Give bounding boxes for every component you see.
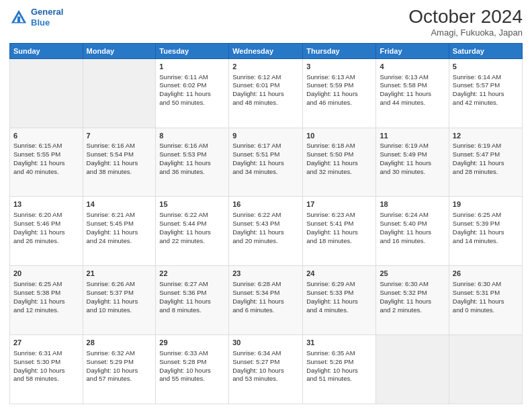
cell-text: Sunrise: 6:27 AM	[159, 280, 225, 289]
day-number: 16	[232, 199, 299, 210]
cell-text: Sunrise: 6:32 AM	[87, 349, 152, 358]
day-header-monday: Monday	[83, 43, 156, 58]
day-number: 8	[159, 131, 225, 141]
page: General Blue October 2024 Amagi, Fukuoka…	[0, 0, 532, 411]
day-number: 10	[306, 131, 372, 141]
cell-text: Sunset: 5:46 PM	[13, 220, 79, 228]
cell-text: Daylight: 11 hours	[232, 90, 299, 99]
day-number: 19	[453, 199, 519, 210]
cell-text: Daylight: 11 hours	[453, 298, 519, 306]
day-number: 15	[159, 199, 225, 210]
cell-text: Daylight: 11 hours	[87, 159, 152, 168]
cell-text: Sunset: 6:01 PM	[232, 81, 299, 90]
cell-text: and 14 minutes.	[453, 237, 519, 246]
day-number: 14	[87, 199, 152, 210]
cell-text: and 22 minutes.	[159, 237, 225, 246]
calendar-cell: 12Sunrise: 6:19 AMSunset: 5:47 PMDayligh…	[449, 128, 522, 197]
cell-text: and 42 minutes.	[453, 99, 519, 107]
cell-text: Sunrise: 6:33 AM	[159, 349, 225, 358]
day-number: 29	[159, 338, 225, 348]
day-number: 2	[232, 62, 299, 72]
cell-text: Sunset: 5:57 PM	[453, 81, 519, 90]
cell-text: Sunrise: 6:28 AM	[232, 280, 299, 289]
calendar: SundayMondayTuesdayWednesdayThursdayFrid…	[9, 43, 523, 404]
cell-text: and 34 minutes.	[232, 168, 299, 177]
cell-text: Daylight: 11 hours	[159, 90, 225, 99]
cell-text: Sunrise: 6:22 AM	[232, 211, 299, 220]
cell-text: Sunset: 5:39 PM	[453, 220, 519, 228]
cell-text: and 46 minutes.	[306, 99, 372, 107]
day-header-sunday: Sunday	[10, 43, 83, 58]
cell-text: Daylight: 10 hours	[159, 367, 225, 375]
day-number: 11	[380, 131, 445, 141]
week-row-3: 13Sunrise: 6:20 AMSunset: 5:46 PMDayligh…	[10, 197, 523, 266]
cell-text: Sunset: 5:55 PM	[13, 150, 79, 159]
calendar-cell: 6Sunrise: 6:15 AMSunset: 5:55 PMDaylight…	[10, 128, 83, 197]
cell-text: and 24 minutes.	[87, 237, 152, 246]
cell-text: Sunrise: 6:14 AM	[453, 73, 519, 82]
cell-text: Sunset: 5:49 PM	[380, 150, 445, 159]
cell-text: and 58 minutes.	[13, 375, 79, 383]
cell-text: Sunset: 5:30 PM	[13, 358, 79, 367]
day-number: 27	[13, 338, 79, 348]
cell-text: Daylight: 11 hours	[453, 228, 519, 237]
calendar-cell	[449, 335, 522, 404]
calendar-cell: 25Sunrise: 6:30 AMSunset: 5:32 PMDayligh…	[376, 266, 449, 335]
cell-text: Daylight: 11 hours	[380, 228, 445, 237]
day-number: 22	[159, 269, 225, 279]
cell-text: Sunrise: 6:35 AM	[306, 349, 372, 358]
cell-text: and 0 minutes.	[453, 306, 519, 315]
cell-text: and 8 minutes.	[159, 306, 225, 315]
calendar-cell	[376, 335, 449, 404]
cell-text: Sunset: 5:37 PM	[87, 289, 152, 298]
calendar-cell: 21Sunrise: 6:26 AMSunset: 5:37 PMDayligh…	[83, 266, 156, 335]
cell-text: and 28 minutes.	[453, 168, 519, 177]
calendar-cell: 30Sunrise: 6:34 AMSunset: 5:27 PMDayligh…	[229, 335, 303, 404]
cell-text: Sunset: 5:45 PM	[87, 220, 152, 228]
day-number: 4	[380, 62, 445, 72]
calendar-cell: 9Sunrise: 6:17 AMSunset: 5:51 PMDaylight…	[229, 128, 303, 197]
cell-text: Sunrise: 6:12 AM	[232, 73, 299, 82]
calendar-cell: 16Sunrise: 6:22 AMSunset: 5:43 PMDayligh…	[229, 197, 303, 266]
day-number: 28	[87, 338, 152, 348]
cell-text: Daylight: 11 hours	[232, 298, 299, 306]
cell-text: Daylight: 11 hours	[87, 298, 152, 306]
calendar-cell	[10, 58, 83, 128]
week-row-5: 27Sunrise: 6:31 AMSunset: 5:30 PMDayligh…	[10, 335, 523, 404]
week-row-1: 1Sunrise: 6:11 AMSunset: 6:02 PMDaylight…	[10, 58, 523, 128]
logo-general: General	[31, 7, 63, 17]
cell-text: Sunset: 5:50 PM	[306, 150, 372, 159]
calendar-cell: 29Sunrise: 6:33 AMSunset: 5:28 PMDayligh…	[156, 335, 229, 404]
cell-text: and 20 minutes.	[232, 237, 299, 246]
calendar-cell: 14Sunrise: 6:21 AMSunset: 5:45 PMDayligh…	[83, 197, 156, 266]
cell-text: Daylight: 11 hours	[13, 298, 79, 306]
day-number: 24	[306, 269, 372, 279]
calendar-cell: 15Sunrise: 6:22 AMSunset: 5:44 PMDayligh…	[156, 197, 229, 266]
cell-text: and 4 minutes.	[306, 306, 372, 315]
cell-text: Sunrise: 6:20 AM	[13, 211, 79, 220]
logo-blue: Blue	[31, 17, 63, 28]
cell-text: Sunset: 5:59 PM	[306, 81, 372, 90]
cell-text: Sunset: 5:58 PM	[380, 81, 445, 90]
week-row-2: 6Sunrise: 6:15 AMSunset: 5:55 PMDaylight…	[10, 128, 523, 197]
cell-text: Sunset: 5:51 PM	[232, 150, 299, 159]
calendar-cell: 22Sunrise: 6:27 AMSunset: 5:36 PMDayligh…	[156, 266, 229, 335]
cell-text: Sunset: 5:43 PM	[232, 220, 299, 228]
cell-text: Sunset: 5:47 PM	[453, 150, 519, 159]
cell-text: Sunset: 5:33 PM	[306, 289, 372, 298]
calendar-cell: 13Sunrise: 6:20 AMSunset: 5:46 PMDayligh…	[10, 197, 83, 266]
cell-text: Sunrise: 6:18 AM	[306, 142, 372, 150]
cell-text: Daylight: 11 hours	[306, 159, 372, 168]
day-number: 17	[306, 199, 372, 210]
cell-text: Sunset: 5:38 PM	[13, 289, 79, 298]
calendar-cell: 10Sunrise: 6:18 AMSunset: 5:50 PMDayligh…	[303, 128, 376, 197]
svg-rect-2	[17, 16, 20, 21]
logo: General Blue	[9, 7, 63, 28]
cell-text: Daylight: 11 hours	[306, 298, 372, 306]
cell-text: Sunrise: 6:21 AM	[87, 211, 152, 220]
cell-text: Daylight: 11 hours	[380, 90, 445, 99]
cell-text: Sunrise: 6:24 AM	[380, 211, 445, 220]
day-header-wednesday: Wednesday	[229, 43, 303, 58]
calendar-cell: 20Sunrise: 6:25 AMSunset: 5:38 PMDayligh…	[10, 266, 83, 335]
cell-text: and 36 minutes.	[159, 168, 225, 177]
